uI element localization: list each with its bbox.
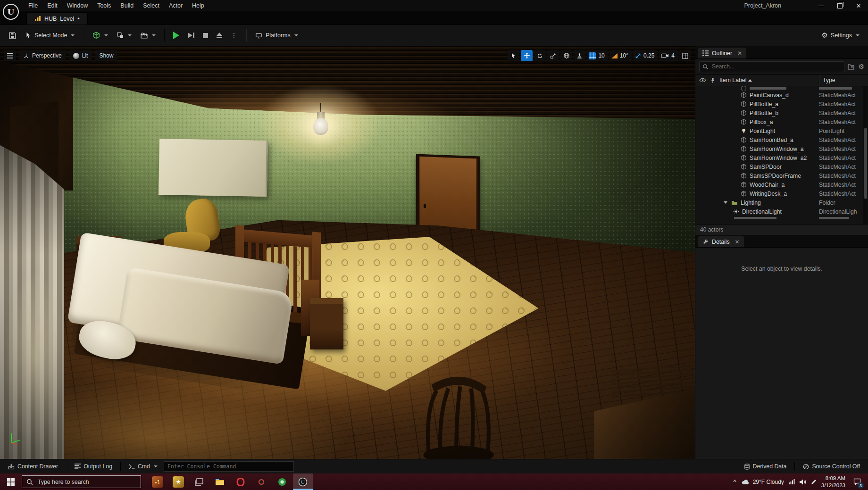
outliner-row[interactable]: SamRoomWindow_a2 StaticMeshAct: [695, 153, 868, 162]
details-close-icon[interactable]: ✕: [735, 239, 740, 245]
output-log-button[interactable]: Output Log: [70, 461, 117, 472]
browser-button[interactable]: [231, 473, 250, 490]
outliner-scrollbar[interactable]: [863, 86, 868, 224]
outliner-row[interactable]: Pillbox_a StaticMeshAct: [695, 117, 868, 126]
taskbar-clock[interactable]: 8:09 AM 3/12/2023: [821, 475, 845, 489]
file-explorer-button[interactable]: [210, 473, 230, 490]
column-type[interactable]: Type: [819, 75, 868, 86]
cinematics-dropdown[interactable]: [136, 28, 159, 42]
menu-window[interactable]: Window: [62, 1, 92, 10]
camera-speed-control[interactable]: 4: [659, 50, 678, 61]
scale-snap-control[interactable]: 0.25: [633, 50, 658, 61]
menu-build[interactable]: Build: [116, 1, 138, 10]
scale-tool-button[interactable]: [547, 50, 559, 61]
tray-expand-chevron[interactable]: ^: [734, 478, 736, 485]
menu-edit[interactable]: Edit: [42, 1, 62, 10]
grid-snap-control[interactable]: 10: [587, 50, 608, 61]
outliner-row-partial[interactable]: [695, 86, 868, 91]
settings-dropdown[interactable]: ⚙ Settings: [818, 28, 863, 42]
menu-actor[interactable]: Actor: [164, 1, 187, 10]
outliner-row[interactable]: PointLight PointLight: [695, 126, 868, 135]
outliner-settings-gear-icon[interactable]: ⚙: [858, 63, 864, 70]
show-dropdown[interactable]: Show: [95, 50, 117, 61]
outliner-close-icon[interactable]: ✕: [737, 50, 742, 57]
outliner-row-folder[interactable]: Lighting Folder: [695, 198, 868, 207]
scene-whiteboard[interactable]: [159, 139, 268, 197]
select-tool-button[interactable]: [508, 50, 519, 61]
menu-file[interactable]: File: [24, 1, 42, 10]
view-mode-dropdown[interactable]: Lit: [69, 50, 92, 61]
derived-data-button[interactable]: Derived Data: [740, 461, 791, 472]
outliner-scrollbar-thumb[interactable]: [864, 128, 867, 199]
surface-snap-button[interactable]: [574, 50, 585, 61]
content-drawer-button[interactable]: Content Drawer: [4, 461, 62, 472]
start-button[interactable]: [0, 473, 22, 490]
taskbar-app-1[interactable]: [148, 473, 167, 490]
blueprints-dropdown[interactable]: [113, 28, 135, 42]
cmd-dropdown[interactable]: Cmd: [125, 461, 162, 472]
stop-button[interactable]: [199, 28, 212, 42]
add-actor-dropdown[interactable]: [88, 28, 112, 42]
taskbar-search-box[interactable]: [22, 475, 141, 488]
unreal-engine-taskbar-button[interactable]: U: [293, 473, 313, 490]
eject-button[interactable]: [213, 28, 226, 42]
perspective-dropdown[interactable]: Perspective: [19, 50, 66, 61]
level-viewport[interactable]: Perspective Lit Show: [0, 46, 695, 459]
new-folder-icon[interactable]: [848, 64, 855, 70]
tab-hub-level[interactable]: HUB_Level•: [26, 12, 88, 25]
outliner-row[interactable]: SamRoomBed_a StaticMeshAct: [695, 135, 868, 144]
notification-center-button[interactable]: 3: [850, 473, 864, 490]
select-mode-dropdown[interactable]: Select Mode: [21, 28, 78, 42]
viewport-options-button[interactable]: [4, 50, 16, 61]
task-view-button[interactable]: [189, 473, 209, 490]
restore-button[interactable]: [830, 0, 849, 11]
scene-nightstand[interactable]: [310, 298, 343, 349]
close-button[interactable]: ✕: [849, 0, 868, 11]
taskbar-app-3[interactable]: [251, 473, 271, 490]
save-button[interactable]: [5, 28, 20, 42]
visibility-eye-icon[interactable]: [699, 78, 706, 83]
tray-network-icon[interactable]: [789, 479, 795, 484]
viewport-layout-button[interactable]: [679, 50, 691, 61]
taskbar-search-input[interactable]: [37, 478, 136, 486]
outliner-row[interactable]: WoodChair_a StaticMeshAct: [695, 180, 868, 189]
outliner-row[interactable]: PillBottle_a StaticMeshAct: [695, 100, 868, 108]
outliner-row[interactable]: WritingDesk_a StaticMeshAct: [695, 189, 868, 198]
pin-icon[interactable]: [710, 77, 715, 83]
menu-select[interactable]: Select: [138, 1, 164, 10]
expand-caret-icon[interactable]: [724, 201, 727, 204]
tab-details[interactable]: Details ✕: [698, 236, 744, 247]
scene-lightbulb[interactable]: [313, 112, 328, 137]
column-item-label[interactable]: Item Label: [719, 77, 752, 83]
outliner-row-partial[interactable]: [695, 216, 868, 220]
tray-pen-icon[interactable]: [811, 479, 817, 485]
outliner-row[interactable]: SamsSPDoorFrame StaticMeshAct: [695, 171, 868, 180]
outliner-row[interactable]: SamRoomWindow_a StaticMeshAct: [695, 144, 868, 153]
taskbar-app-2[interactable]: ★: [168, 473, 188, 490]
outliner-row[interactable]: DirectionalLight DirectionalLigh: [695, 207, 868, 216]
tray-volume-icon[interactable]: [800, 479, 806, 485]
outliner-row[interactable]: PaintCanvas_d StaticMeshAct: [695, 91, 868, 100]
tab-outliner[interactable]: Outliner ✕: [698, 48, 746, 58]
move-tool-button[interactable]: [521, 50, 533, 61]
play-options-button[interactable]: ⋮: [227, 28, 241, 42]
play-button[interactable]: [169, 28, 183, 42]
outliner-search-input[interactable]: [699, 61, 844, 72]
outliner-row[interactable]: SamSPDoor StaticMeshAct: [695, 162, 868, 171]
scene-curtain[interactable]: [0, 145, 64, 459]
menu-help[interactable]: Help: [187, 1, 209, 10]
frame-skip-button[interactable]: [184, 28, 198, 42]
minimize-button[interactable]: [811, 0, 830, 11]
outliner-row[interactable]: PillBottle_b StaticMeshAct: [695, 108, 868, 117]
menu-tools[interactable]: Tools: [92, 1, 116, 10]
world-space-toggle-button[interactable]: [560, 50, 572, 61]
rotate-tool-button[interactable]: [534, 50, 546, 61]
taskbar-app-4[interactable]: [272, 473, 292, 490]
source-control-button[interactable]: Source Control Off: [799, 461, 864, 472]
weather-widget[interactable]: 29°F Cloudy: [741, 479, 784, 485]
unreal-logo[interactable]: U: [0, 0, 22, 24]
console-command-input[interactable]: [164, 461, 294, 472]
scene-spindle-chair[interactable]: [413, 370, 507, 459]
platforms-dropdown[interactable]: Platforms: [251, 28, 302, 42]
rotation-snap-control[interactable]: 10°: [609, 50, 632, 61]
